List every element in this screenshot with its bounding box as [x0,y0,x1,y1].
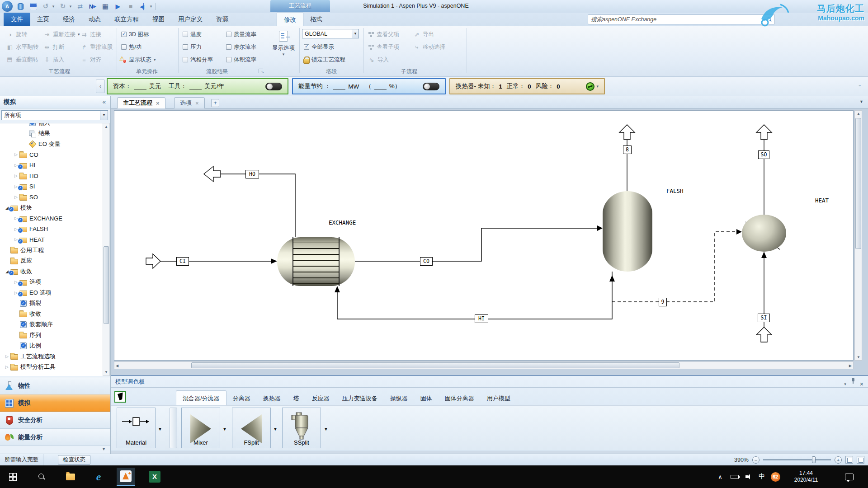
undo-caret-icon[interactable]: ▾ [52,1,55,11]
collapse-bars-button[interactable]: ‹ [96,80,105,93]
ribbon-tab[interactable]: 文件 [4,13,30,26]
export-button[interactable]: ⇗导出 [413,29,434,40]
tree-item[interactable]: 公用工程 [0,245,103,256]
collapse-pane-icon[interactable]: « [102,96,106,108]
palette-tab[interactable]: 塔 [287,391,306,406]
3d-icons-checkbox[interactable]: 3D 图标 [121,29,149,40]
battery-indicator[interactable] [728,465,741,488]
energy-toggle[interactable] [423,83,439,90]
tree-item[interactable]: 模型分析工具 [0,362,103,373]
ribbon-tab[interactable]: 联立方程 [108,13,146,26]
zoom-out-button[interactable]: − [752,456,760,464]
block-exchange[interactable] [277,237,355,286]
tree-expander-icon[interactable] [4,365,10,369]
economics-toggle[interactable] [265,83,282,90]
environment-button[interactable]: 能量分析 [0,429,110,446]
select-cursor-button[interactable] [114,391,126,403]
checkbox-checked-icon[interactable] [121,32,127,37]
canvas-vertical-scrollbar[interactable]: ▲ ▼ [854,110,862,361]
tree-item[interactable]: SO [0,192,103,203]
tree-item[interactable]: FALSH [0,224,103,235]
zoom-fit-icon[interactable] [845,456,853,464]
close-tab-icon[interactable] [195,100,199,107]
canvas-horizontal-scrollbar[interactable]: ◀ ▶ [114,361,854,369]
palette-tab[interactable]: 操纵器 [384,391,414,406]
environment-button[interactable]: 安全分析 [0,412,110,429]
fsplit-caret-icon[interactable]: ▼ [273,427,278,432]
checkbox-icon[interactable] [183,44,188,50]
scroll-up-icon[interactable]: ▲ [103,123,109,130]
block-heat[interactable] [742,215,786,252]
stream-label[interactable]: HI [475,314,488,323]
tree-filter-caret-icon[interactable]: ▼ [100,111,108,120]
palette-tab[interactable]: 反应器 [306,391,336,406]
scroll-up-icon[interactable]: ▲ [857,112,860,116]
notification-badge[interactable]: 62 [769,465,782,488]
mass-flow-checkbox[interactable]: 质量流率 [226,29,256,40]
ribbon-tab[interactable]: 资源 [209,13,235,26]
reroute-stream-button[interactable]: ↱重排流股 [80,42,113,52]
palette-tab[interactable]: 分离器 [226,391,257,406]
flip-vertical-button[interactable]: ◧垂直翻转 [6,54,38,65]
tree-item[interactable]: HO [0,171,103,182]
stream-label[interactable]: SI [758,314,770,322]
tree-scrollbar[interactable]: ▲ ▼ [103,123,110,376]
tree-expander-icon[interactable] [13,152,19,157]
tree-item[interactable]: 收敛 [0,266,103,277]
palette-scroll-strip[interactable] [170,408,177,448]
tree-item[interactable]: 比例 [0,341,103,352]
tree-item[interactable]: 结果 [0,128,103,139]
checkbox-icon[interactable] [226,44,231,50]
palette-tab[interactable]: 压力变送设备 [336,391,384,406]
palette-tab[interactable]: 换热器 [257,391,287,406]
break-button[interactable]: ⇹打断 [43,42,64,52]
checkbox-icon[interactable] [183,32,188,37]
palette-item-material[interactable]: Material [117,408,156,448]
tree-item[interactable]: CO [0,150,103,160]
vertical-thumb[interactable] [855,118,861,249]
ribbon-tab[interactable]: 动态 [82,13,108,26]
show-all-checkbox[interactable]: 全部显示 [304,42,334,52]
exchange-search-box[interactable]: 搜索aspenONE Exchange [588,14,775,24]
redo-icon[interactable]: ↻ [58,1,68,11]
insert-button[interactable]: ⇩插入 [43,54,64,65]
ribbon-tab[interactable]: 修改 [277,13,303,26]
scroll-right-icon[interactable]: ▶ [849,364,852,368]
tree-item[interactable]: SI [0,181,103,192]
palette-item-mixer[interactable]: Mixer [181,408,220,448]
step-icon[interactable]: ◀▏ [138,1,148,11]
next-input-icon[interactable]: N [88,1,98,11]
tree-scrollbar-thumb[interactable] [104,246,109,324]
scroll-down-icon[interactable]: ▼ [103,369,109,375]
scroll-down-icon[interactable]: ▼ [857,355,860,359]
ssplit-caret-icon[interactable]: ▼ [324,427,328,432]
checkbox-icon[interactable] [183,57,188,62]
configure-buttons-caret-icon[interactable]: ▾ [103,446,105,451]
temperature-checkbox[interactable]: 温度 [183,29,202,40]
checkbox-checked-icon[interactable] [304,44,309,50]
run-icon[interactable]: ▶ [113,1,123,11]
check-status-button[interactable]: 检查状态 [58,455,90,465]
tree-item[interactable]: EO 选项 [0,287,103,298]
tray-expand-button[interactable]: ∧ [714,465,726,488]
ribbon-tab[interactable]: 主页 [30,13,56,26]
reconcile-icon[interactable] [75,1,85,11]
view-child-button[interactable]: 查看子项 [368,42,399,52]
ribbon-tab[interactable]: 格式 [303,13,329,26]
start-button[interactable] [4,468,22,486]
align-button[interactable]: ≡对齐 [80,54,101,65]
stream-label[interactable]: 9 [659,298,667,306]
aspen-taskbar-button[interactable] [117,468,135,486]
exchanger-status-icon[interactable] [586,82,594,91]
ribbon-tab[interactable]: 经济 [56,13,82,26]
tree-item[interactable]: HEAT [0,235,103,245]
rotate-button[interactable]: ◑旋转 [6,29,27,40]
ime-language-button[interactable]: 中 [756,465,768,488]
display-options-button[interactable]: 显示选项 ▾ [269,28,298,66]
excel-taskbar-button[interactable]: X [146,468,164,486]
palette-tab[interactable]: 混合器/分流器 [176,390,226,405]
lock-flowsheet-button[interactable]: 锁定工艺流程 [303,54,345,65]
close-palette-icon[interactable] [860,378,863,390]
palette-tab[interactable]: 固体分离器 [439,391,481,406]
datasheet-icon[interactable]: ▦ [100,1,110,11]
